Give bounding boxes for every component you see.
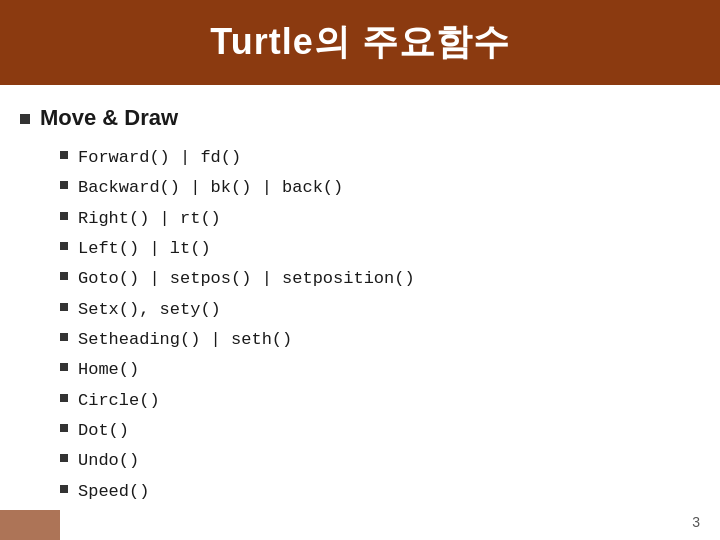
sub-bullet xyxy=(60,333,68,341)
section-title-row: Move & Draw xyxy=(20,105,690,131)
item-text-4: Goto() | setpos() | setposition() xyxy=(78,266,415,292)
page-number: 3 xyxy=(692,514,700,530)
sub-bullet xyxy=(60,272,68,280)
sub-bullet xyxy=(60,212,68,220)
item-text-2: Right() | rt() xyxy=(78,206,221,232)
item-text-5: Setx(), sety() xyxy=(78,297,221,323)
list-item: Left() | lt() xyxy=(60,236,690,262)
list-item: Dot() xyxy=(60,418,690,444)
sub-bullet xyxy=(60,394,68,402)
section-label: Move & Draw xyxy=(40,105,178,131)
list-item: Goto() | setpos() | setposition() xyxy=(60,266,690,292)
item-text-6: Setheading() | seth() xyxy=(78,327,292,353)
slide-content: Move & Draw Forward() | fd()Backward() |… xyxy=(0,85,720,540)
item-text-0: Forward() | fd() xyxy=(78,145,241,171)
list-item: Setx(), sety() xyxy=(60,297,690,323)
list-item: Undo() xyxy=(60,448,690,474)
list-item: Backward() | bk() | back() xyxy=(60,175,690,201)
item-text-11: Speed() xyxy=(78,479,149,505)
item-text-8: Circle() xyxy=(78,388,160,414)
list-item: Forward() | fd() xyxy=(60,145,690,171)
bottom-decoration xyxy=(0,510,60,540)
slide: Turtle의 주요함수 Move & Draw Forward() | fd(… xyxy=(0,0,720,540)
item-text-7: Home() xyxy=(78,357,139,383)
sub-bullet xyxy=(60,303,68,311)
sub-bullet xyxy=(60,454,68,462)
sub-bullet xyxy=(60,151,68,159)
items-list: Forward() | fd()Backward() | bk() | back… xyxy=(20,145,690,505)
item-text-1: Backward() | bk() | back() xyxy=(78,175,343,201)
list-item: Home() xyxy=(60,357,690,383)
list-item: Speed() xyxy=(60,479,690,505)
sub-bullet xyxy=(60,363,68,371)
sub-bullet xyxy=(60,181,68,189)
item-text-3: Left() | lt() xyxy=(78,236,211,262)
sub-bullet xyxy=(60,424,68,432)
sub-bullet xyxy=(60,242,68,250)
sub-bullet xyxy=(60,485,68,493)
list-item: Circle() xyxy=(60,388,690,414)
slide-header: Turtle의 주요함수 xyxy=(0,0,720,85)
section-bullet xyxy=(20,114,30,124)
slide-title: Turtle의 주요함수 xyxy=(210,18,509,67)
item-text-9: Dot() xyxy=(78,418,129,444)
item-text-10: Undo() xyxy=(78,448,139,474)
list-item: Setheading() | seth() xyxy=(60,327,690,353)
list-item: Right() | rt() xyxy=(60,206,690,232)
